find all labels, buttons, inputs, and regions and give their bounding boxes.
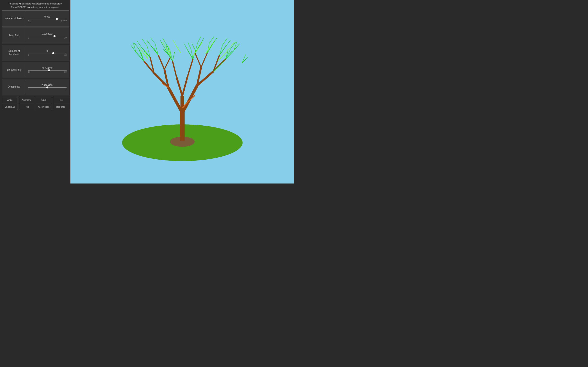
slider-minmax-droopiness: -1 1 xyxy=(28,88,67,90)
slider-minmax-number-of-iterations: 3 12 xyxy=(28,54,67,56)
slider-minmax-number-of-points: 500 60000 xyxy=(28,20,67,22)
right-panel xyxy=(70,0,294,184)
slider-right-point-bias: 6.9268293 0 10 xyxy=(28,33,67,39)
slider-block-droopiness: Droopiness 0.4780488 -1 1 xyxy=(2,79,69,95)
preset-btn-christmas[interactable]: Christmas xyxy=(2,104,18,110)
slider-divider-droopiness xyxy=(26,81,26,93)
slider-input-number-of-points[interactable] xyxy=(28,19,67,19)
slider-minmax-point-bias: 0 10 xyxy=(28,37,67,39)
preset-btn-yellow-tree[interactable]: Yellow Tree xyxy=(36,104,52,110)
slider-label-point-bias: Point Bias xyxy=(4,34,24,37)
slider-label-number-of-points: Number of Points xyxy=(4,17,24,20)
slider-divider-number-of-iterations xyxy=(26,47,26,59)
preset-btn-red-tree[interactable]: Red Tree xyxy=(53,104,69,110)
slider-divider-spread-angle xyxy=(26,64,26,76)
slider-right-spread-angle: 32.048782 10 50 xyxy=(28,67,67,73)
preset-btn-aqua[interactable]: Aqua xyxy=(36,97,52,103)
slider-block-number-of-iterations: Number of Iterations 9 3 12 xyxy=(2,45,69,61)
slider-value-spread-angle: 32.048782 xyxy=(42,67,52,69)
left-panel: Adjusting white sliders will affect the … xyxy=(0,0,70,184)
preset-btn-white[interactable]: White xyxy=(2,97,18,103)
slider-input-number-of-iterations[interactable] xyxy=(28,53,67,53)
slider-block-spread-angle: Spread Angle 32.048782 10 50 xyxy=(2,62,69,78)
slider-label-spread-angle: Spread Angle xyxy=(4,68,24,72)
preset-btn-tree[interactable]: Tree xyxy=(18,104,35,110)
slider-value-droopiness: 0.4780488 xyxy=(42,84,52,86)
slider-block-point-bias: Point Bias 6.9268293 0 10 xyxy=(2,27,69,44)
slider-input-spread-angle[interactable] xyxy=(28,70,67,71)
slider-right-number-of-points: 45923 500 60000 xyxy=(28,16,67,22)
slider-divider-number-of-points xyxy=(26,12,26,25)
slider-right-number-of-iterations: 9 3 12 xyxy=(28,50,67,56)
slider-value-number-of-iterations: 9 xyxy=(47,50,48,52)
slider-value-number-of-points: 45923 xyxy=(44,16,51,18)
preset-btn-fire[interactable]: Fire xyxy=(53,97,69,103)
slider-block-number-of-points: Number of Points 45923 500 60000 xyxy=(2,10,69,27)
slider-input-point-bias[interactable] xyxy=(28,36,67,36)
slider-value-point-bias: 6.9268293 xyxy=(42,33,52,35)
info-text: Adjusting white sliders will affect the … xyxy=(2,2,69,9)
slider-divider-point-bias xyxy=(26,29,26,42)
tree-scene xyxy=(70,0,294,184)
slider-label-droopiness: Droopiness xyxy=(4,85,24,89)
preset-btn-anemone[interactable]: Anemone xyxy=(18,97,35,103)
slider-label-number-of-iterations: Number of Iterations xyxy=(4,50,24,56)
slider-input-droopiness[interactable] xyxy=(28,87,67,88)
slider-minmax-spread-angle: 10 50 xyxy=(28,71,67,73)
slider-right-droopiness: 0.4780488 -1 1 xyxy=(28,84,67,90)
